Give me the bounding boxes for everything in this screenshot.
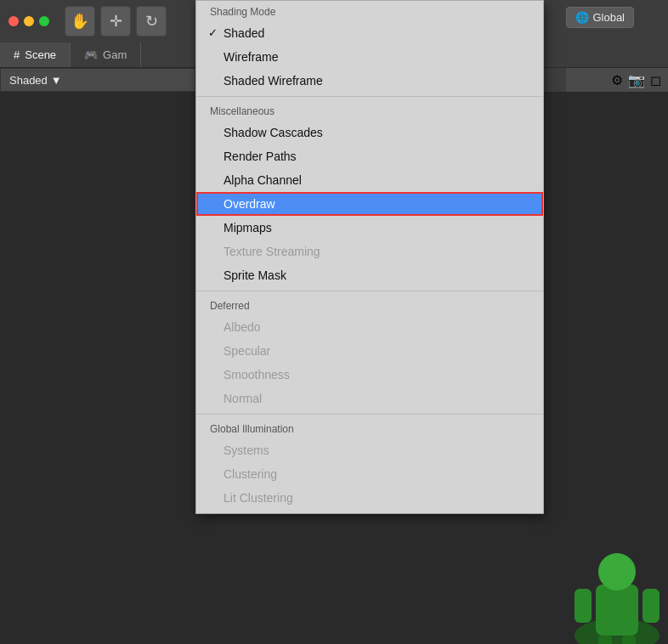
svg-rect-5	[598, 636, 612, 644]
shadow-cascades-label: Shadow Cascades	[224, 126, 323, 139]
albedo-label: Albedo	[224, 320, 261, 334]
minimize-button[interactable]	[24, 16, 34, 26]
menu-item-shaded[interactable]: Shaded	[196, 21, 543, 45]
global-icon: 🌐	[575, 11, 589, 24]
shading-mode-dropdown-menu: Shading Mode Shaded Wireframe Shaded Wir…	[195, 0, 544, 514]
shading-mode-row: Shaded ▼	[0, 68, 195, 92]
game-icon: 🎮	[84, 48, 98, 61]
menu-item-normal: Normal	[196, 387, 543, 410]
section-shading-mode: Shading Mode	[196, 1, 543, 21]
texture-streaming-label: Texture Streaming	[224, 245, 320, 258]
tab-scene[interactable]: # Scene	[0, 42, 71, 67]
svg-rect-1	[596, 585, 638, 636]
hand-tool-button[interactable]: ✋	[65, 6, 95, 37]
rotate-tool-button[interactable]: ↻	[136, 6, 167, 37]
dropdown-arrow-icon: ▼	[51, 74, 62, 87]
shaded-label: Shaded	[224, 26, 264, 40]
gizmo-icon[interactable]: ◻	[650, 72, 661, 88]
menu-item-systems: Systems	[196, 438, 543, 462]
menu-item-shadow-cascades[interactable]: Shadow Cascades	[196, 121, 543, 144]
global-label: Global	[592, 11, 625, 24]
global-button[interactable]: 🌐 Global	[566, 7, 634, 28]
svg-rect-4	[643, 589, 660, 623]
separator-2	[196, 291, 543, 291]
menu-item-specular: Specular	[196, 339, 543, 363]
menu-item-clustering: Clustering	[196, 462, 543, 486]
menu-item-sprite-mask[interactable]: Sprite Mask	[196, 263, 543, 287]
systems-label: Systems	[224, 443, 269, 457]
menu-item-render-paths[interactable]: Render Paths	[196, 144, 543, 168]
settings-icon[interactable]: ⚙	[611, 72, 623, 88]
green-figure-svg	[558, 542, 668, 644]
maximize-button[interactable]	[39, 16, 49, 26]
specular-label: Specular	[224, 344, 270, 358]
alpha-channel-label: Alpha Channel	[224, 173, 302, 187]
menu-item-shaded-wireframe[interactable]: Shaded Wireframe	[196, 69, 543, 93]
menu-item-alpha-channel[interactable]: Alpha Channel	[196, 168, 543, 192]
shading-current-value: Shaded	[9, 74, 48, 87]
viewport-content	[498, 542, 668, 644]
svg-point-2	[598, 553, 636, 590]
smoothness-label: Smoothness	[224, 368, 290, 381]
mipmaps-label: Mipmaps	[224, 221, 272, 234]
menu-item-wireframe[interactable]: Wireframe	[196, 45, 543, 69]
svg-rect-6	[622, 636, 636, 644]
menu-item-lit-clustering: Lit Clustering	[196, 486, 543, 510]
overdraw-label: Overdraw	[224, 197, 275, 211]
menu-item-mipmaps[interactable]: Mipmaps	[196, 216, 543, 240]
wireframe-label: Wireframe	[224, 50, 279, 64]
svg-rect-3	[575, 589, 592, 623]
clustering-label: Clustering	[224, 467, 277, 481]
traffic-lights	[8, 16, 49, 26]
toolbar-icons: ⚙ 📷 ◻	[566, 68, 668, 92]
menu-item-smoothness: Smoothness	[196, 363, 543, 387]
scene-icon: #	[14, 48, 20, 61]
section-deferred: Deferred	[196, 295, 543, 315]
section-global-illumination: Global Illumination	[196, 418, 543, 438]
camera-icon[interactable]: 📷	[628, 72, 645, 88]
shaded-wireframe-label: Shaded Wireframe	[224, 74, 323, 88]
move-tool-button[interactable]: ✛	[100, 6, 131, 37]
normal-label: Normal	[224, 392, 262, 405]
shading-dropdown[interactable]: Shaded ▼	[9, 74, 62, 87]
section-miscellaneous: Miscellaneous	[196, 100, 543, 121]
separator-3	[196, 414, 543, 415]
tab-game[interactable]: 🎮 Gam	[71, 42, 141, 67]
game-tab-label: Gam	[103, 48, 127, 61]
close-button[interactable]	[8, 16, 19, 26]
menu-item-texture-streaming: Texture Streaming	[196, 240, 543, 263]
menu-item-albedo: Albedo	[196, 315, 543, 339]
separator-1	[196, 96, 543, 97]
lit-clustering-label: Lit Clustering	[224, 491, 293, 505]
sprite-mask-label: Sprite Mask	[224, 268, 286, 282]
menu-item-overdraw[interactable]: Overdraw	[196, 192, 543, 216]
scene-tab-label: Scene	[25, 48, 56, 61]
toolbar-buttons: ✋ ✛ ↻	[65, 6, 167, 37]
render-paths-label: Render Paths	[224, 150, 297, 163]
